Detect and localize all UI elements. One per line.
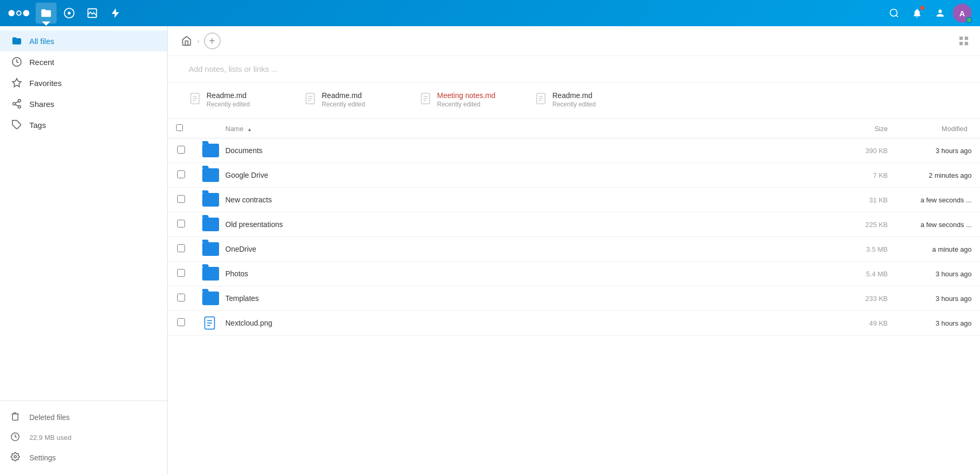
sidebar-navigation: All files Recent Favorites Shares (0, 26, 167, 401)
file-name: Templates (225, 294, 259, 303)
share-action-button[interactable] (808, 292, 820, 305)
app-bolt[interactable] (105, 3, 126, 24)
share-action-button[interactable] (808, 317, 820, 329)
svg-point-65 (815, 294, 817, 296)
row-name-cell: Documents ··· (194, 138, 844, 163)
name-column-header[interactable]: Name (225, 125, 244, 133)
select-all-checkbox[interactable] (176, 124, 183, 131)
search-button[interactable] (884, 3, 905, 24)
row-checkbox[interactable] (177, 220, 185, 228)
sidebar-item-deleted-files[interactable]: Deleted files (10, 407, 157, 427)
notifications-button[interactable] (907, 3, 928, 24)
svg-line-77 (812, 322, 815, 324)
more-action-button[interactable]: ··· (824, 145, 835, 156)
row-checkbox[interactable] (177, 244, 185, 252)
more-action-button[interactable]: ··· (824, 293, 835, 304)
folder-icon (202, 168, 219, 182)
sidebar-item-label: All files (29, 37, 55, 46)
row-checkbox[interactable] (177, 170, 185, 178)
contacts-button[interactable] (930, 3, 951, 24)
row-name-cell: Google Drive ··· (194, 163, 844, 188)
recent-file-0[interactable]: Readme.md Recently edited (189, 91, 283, 108)
recent-file-name: Readme.md (552, 91, 596, 100)
storage-icon (10, 432, 23, 444)
table-row[interactable]: Documents ··· 390 KB 3 hours ago (168, 138, 980, 163)
svg-point-51 (811, 222, 813, 224)
sidebar-item-recent[interactable]: Recent (0, 51, 167, 72)
sidebar-bottom: Deleted files 22.9 MB used Settings (0, 401, 167, 474)
home-breadcrumb[interactable] (178, 33, 195, 49)
svg-line-54 (812, 221, 815, 223)
top-navigation: A (0, 0, 980, 26)
sidebar-item-favorites[interactable]: Favorites (0, 72, 167, 93)
sidebar-item-shares[interactable]: Shares (0, 93, 167, 114)
more-action-button[interactable]: ··· (824, 317, 835, 329)
recent-file-2[interactable]: Meeting notes.md Recently edited (419, 91, 514, 108)
star-icon (10, 78, 23, 88)
table-row[interactable]: OneDrive ··· 3.5 MB a minute ago (168, 237, 980, 262)
table-row[interactable]: Nextcloud.png ··· 49 KB 3 hours ago (168, 311, 980, 336)
sidebar-item-tags[interactable]: Tags (0, 114, 167, 135)
row-size: 7 KB (844, 163, 896, 188)
row-size: 233 KB (844, 286, 896, 311)
notes-area[interactable]: Add notes, lists or links ... (168, 56, 980, 83)
more-action-button[interactable]: ··· (824, 194, 835, 206)
file-table: Name ▲ Size Modified Documents (168, 119, 980, 336)
app-activity[interactable] (59, 3, 80, 24)
more-action-button[interactable]: ··· (824, 268, 835, 279)
svg-point-74 (815, 318, 817, 320)
table-row[interactable]: New contracts ··· 31 KB a few seconds ..… (168, 188, 980, 212)
svg-rect-18 (965, 42, 968, 45)
new-folder-button[interactable]: + (204, 33, 221, 49)
share-action-button[interactable] (808, 193, 820, 206)
app-photos[interactable] (82, 3, 103, 24)
tag-icon (10, 120, 23, 130)
more-action-button[interactable]: ··· (824, 219, 835, 230)
table-row[interactable]: Photos ··· 5.4 MB 3 hours ago (168, 262, 980, 286)
svg-point-47 (815, 200, 817, 202)
sidebar-item-label: Favorites (29, 79, 62, 88)
share-action-button[interactable] (808, 169, 820, 181)
breadcrumb-chevron: › (197, 37, 200, 45)
recent-file-1[interactable]: Readme.md Recently edited (304, 91, 398, 108)
row-checkbox[interactable] (177, 318, 185, 326)
row-size: 31 KB (844, 188, 896, 212)
share-action-button[interactable] (808, 218, 820, 231)
share-action-button[interactable] (808, 267, 820, 280)
row-modified: 2 minutes ago (896, 163, 980, 188)
recent-file-sub: Recently edited (437, 101, 495, 108)
table-row[interactable]: Old presentations ··· 225 KB a few secon… (168, 212, 980, 237)
avatar[interactable]: A (953, 4, 972, 23)
app-files[interactable] (36, 3, 57, 24)
more-action-button[interactable]: ··· (824, 169, 835, 181)
svg-point-8 (13, 103, 16, 105)
row-checkbox[interactable] (177, 195, 185, 203)
row-name-cell: Nextcloud.png ··· (194, 311, 844, 336)
svg-line-4 (896, 15, 898, 17)
folder-icon (202, 144, 219, 157)
recent-file-name: Readme.md (206, 91, 250, 100)
sidebar-item-settings[interactable]: Settings (10, 448, 157, 468)
row-size: 5.4 MB (844, 262, 896, 286)
recent-file-3[interactable]: Readme.md Recently edited (535, 91, 629, 108)
folder-icon (202, 193, 219, 207)
row-checkbox[interactable] (177, 146, 185, 154)
table-row[interactable]: Templates ··· 233 KB 3 hours ago (168, 286, 980, 311)
recent-file-name: Meeting notes.md (437, 91, 495, 100)
nextcloud-logo[interactable] (8, 10, 29, 16)
view-toggle-button[interactable] (958, 35, 970, 47)
table-row[interactable]: Google Drive ··· 7 KB 2 minutes ago (168, 163, 980, 188)
more-action-button[interactable]: ··· (824, 243, 835, 255)
file-name: Nextcloud.png (225, 319, 273, 327)
row-checkbox[interactable] (177, 269, 185, 277)
share-action-button[interactable] (808, 144, 820, 157)
row-checkbox-cell (168, 188, 194, 212)
row-checkbox[interactable] (177, 294, 185, 301)
file-name: Google Drive (225, 171, 268, 179)
sidebar-item-all-files[interactable]: All files (0, 30, 167, 51)
file-name: Photos (225, 270, 248, 278)
file-name: Old presentations (225, 220, 283, 229)
share-action-button[interactable] (808, 243, 820, 255)
row-modified: a few seconds ... (896, 188, 980, 212)
file-name: Documents (225, 146, 263, 155)
